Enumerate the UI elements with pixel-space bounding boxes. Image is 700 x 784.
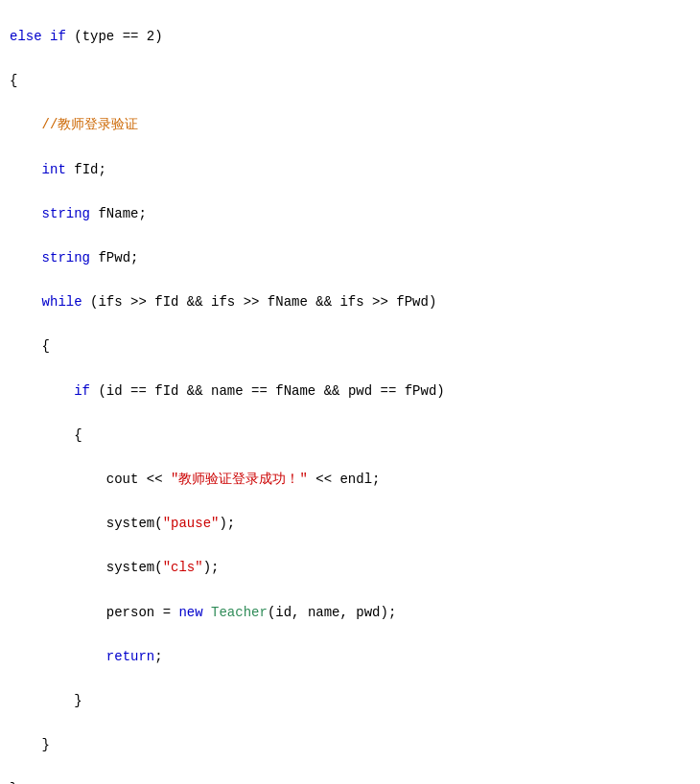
line-18: } xyxy=(10,778,690,784)
line-4: int fId; xyxy=(10,159,690,181)
line-1: else if (type == 2) xyxy=(10,26,690,48)
line-10: { xyxy=(10,425,690,447)
line-9: if (id == fId && name == fName && pwd ==… xyxy=(10,380,690,403)
line-2: { xyxy=(10,70,690,92)
top-code-block: else if (type == 2) { //教师登录验证 int fId; … xyxy=(0,0,700,784)
line-6: string fPwd; xyxy=(10,247,690,269)
line-16: } xyxy=(10,690,690,712)
line-8: { xyxy=(10,335,690,357)
line-15: return; xyxy=(10,646,690,668)
line-13: system("cls"); xyxy=(10,557,690,579)
line-5: string fName; xyxy=(10,203,690,225)
line-3: //教师登录验证 xyxy=(10,114,690,136)
code-container: else if (type == 2) { //教师登录验证 int fId; … xyxy=(0,0,700,784)
line-14: person = new Teacher(id, name, pwd); xyxy=(10,602,690,624)
line-12: system("pause"); xyxy=(10,513,690,535)
line-7: while (ifs >> fId && ifs >> fName && ifs… xyxy=(10,291,690,313)
line-17: } xyxy=(10,734,690,756)
line-11: cout << "教师验证登录成功！" << endl; xyxy=(10,469,690,491)
